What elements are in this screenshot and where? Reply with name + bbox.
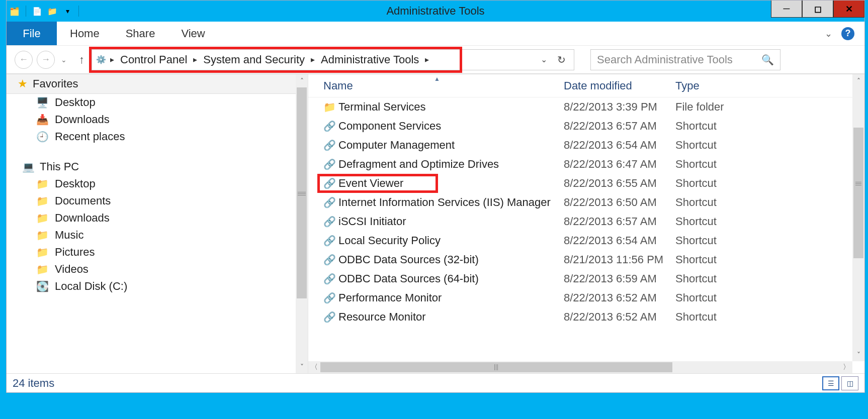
search-input[interactable]: Search Administrative Tools 🔍 <box>590 49 780 70</box>
address-bar[interactable]: ⚙️ ▸ Control Panel ▸ System and Security… <box>92 49 574 70</box>
nav-toolbar: ← → ⌄ ↑ ⚙️ ▸ Control Panel ▸ System and … <box>7 46 864 74</box>
file-tab[interactable]: File <box>7 22 57 45</box>
file-row[interactable]: 🔗ODBC Data Sources (32-bit)8/21/2013 11:… <box>308 250 864 269</box>
column-type[interactable]: Type <box>675 79 864 92</box>
new-folder-icon[interactable]: 📄 <box>30 4 44 18</box>
close-button[interactable]: ✕ <box>833 1 864 18</box>
list-scrollbar-vertical[interactable]: ˄ ˅ <box>852 74 864 361</box>
file-row[interactable]: 🔗Resource Monitor8/22/2013 6:52 AMShortc… <box>308 307 864 327</box>
properties-icon[interactable]: 🗂️ <box>8 4 22 18</box>
sidebar-item-documents[interactable]: 📁Documents <box>7 192 296 210</box>
folder-icon: 📁 <box>36 230 49 241</box>
chevron-right-icon[interactable]: ▸ <box>309 55 317 64</box>
sidebar-item-downloads[interactable]: 📁Downloads <box>7 210 296 227</box>
scroll-up-icon[interactable]: ˄ <box>296 74 308 87</box>
maximize-button[interactable]: ◻ <box>802 1 833 18</box>
sidebar-item-downloads[interactable]: 📥Downloads <box>7 111 296 128</box>
breadcrumb-segment[interactable]: Control Panel <box>117 53 190 66</box>
tab-home[interactable]: Home <box>57 22 113 45</box>
file-type: Shortcut <box>675 139 717 152</box>
sidebar-item-thispc[interactable]: 💻This PC <box>7 158 296 175</box>
sidebar-item-desktop[interactable]: 🖥️Desktop <box>7 94 296 111</box>
shortcut-icon: 🔗 <box>323 139 338 151</box>
breadcrumb-segment[interactable]: System and Security <box>200 53 308 66</box>
file-type: File folder <box>675 100 724 114</box>
file-type: Shortcut <box>675 310 717 324</box>
sidebar-item-desktop[interactable]: 📁Desktop <box>7 175 296 192</box>
file-date: 8/22/2013 3:39 PM <box>564 100 675 114</box>
file-row[interactable]: 🔗Local Security Policy8/22/2013 6:54 AMS… <box>308 231 864 250</box>
breadcrumb-segment[interactable]: Administrative Tools <box>318 53 422 66</box>
folder-icon: 📁 <box>36 178 49 189</box>
file-row[interactable]: 🔗Event Viewer8/22/2013 6:55 AMShortcut <box>308 174 864 193</box>
details-view-button[interactable]: ☰ <box>822 376 839 390</box>
file-row[interactable]: 🔗ODBC Data Sources (64-bit)8/22/2013 6:5… <box>308 269 864 288</box>
file-row[interactable]: 🔗Computer Management8/22/2013 6:54 AMSho… <box>308 136 864 155</box>
ribbon-collapse-icon[interactable]: ⌄ <box>825 28 832 39</box>
folder-icon: 📁 <box>323 101 338 113</box>
sidebar-item-localdisk[interactable]: 💽Local Disk (C:) <box>7 278 296 295</box>
file-name: Defragment and Optimize Drives <box>338 158 564 171</box>
file-row[interactable]: 🔗Internet Information Services (IIS) Man… <box>308 193 864 212</box>
shortcut-icon: 🔗 <box>323 292 338 304</box>
location-icon: ⚙️ <box>95 54 107 66</box>
navigation-pane: ★ Favorites 🖥️Desktop 📥Downloads 🕘Recent… <box>7 74 308 373</box>
sidebar-item-videos[interactable]: 📁Videos <box>7 261 296 278</box>
file-name: Performance Monitor <box>338 291 564 304</box>
scroll-thumb[interactable] <box>320 362 672 372</box>
minimize-button[interactable]: ─ <box>771 1 802 18</box>
sidebar-scrollbar[interactable]: ˄ ˅ <box>296 74 308 373</box>
column-date[interactable]: Date modified <box>564 79 675 92</box>
scroll-left-icon[interactable]: 〈 <box>308 363 320 372</box>
file-row[interactable]: 📁Terminal Services8/22/2013 3:39 PMFile … <box>308 97 864 117</box>
chevron-right-icon[interactable]: ▸ <box>191 55 199 64</box>
forward-button[interactable]: → <box>37 51 55 69</box>
file-row[interactable]: 🔗Component Services8/22/2013 6:57 AMShor… <box>308 117 864 136</box>
status-bar: 24 items ☰ ◫ <box>7 373 864 392</box>
search-icon[interactable]: 🔍 <box>761 54 774 66</box>
column-name[interactable]: Name▲ <box>323 79 564 92</box>
file-list-pane: Name▲ Date modified Type 📁Terminal Servi… <box>308 74 864 373</box>
scroll-thumb[interactable] <box>853 128 863 258</box>
help-icon[interactable]: ? <box>841 27 854 40</box>
file-date: 8/22/2013 6:55 AM <box>564 177 675 190</box>
file-name: ODBC Data Sources (64-bit) <box>338 272 564 285</box>
content-area: ★ Favorites 🖥️Desktop 📥Downloads 🕘Recent… <box>7 74 864 373</box>
window-controls: ─ ◻ ✕ <box>771 1 864 18</box>
refresh-icon[interactable]: ↻ <box>557 54 566 66</box>
explorer-window: 🗂️ 📄 📁 ▾ Administrative Tools ─ ◻ ✕ File… <box>6 0 865 393</box>
chevron-right-icon[interactable]: ▸ <box>423 55 431 64</box>
qat-dropdown-icon[interactable]: ▾ <box>60 4 74 18</box>
sidebar-item-recent[interactable]: 🕘Recent places <box>7 128 296 145</box>
up-button[interactable]: ↑ <box>79 53 84 66</box>
scroll-down-icon[interactable]: ˅ <box>296 360 308 373</box>
chevron-right-icon[interactable]: ▸ <box>108 55 116 64</box>
icons-view-button[interactable]: ◫ <box>841 376 858 390</box>
history-dropdown-icon[interactable]: ⌄ <box>61 56 67 64</box>
file-name: Internet Information Services (IIS) Mana… <box>338 196 564 209</box>
scroll-up-icon[interactable]: ˄ <box>852 74 864 87</box>
file-row[interactable]: 🔗Defragment and Optimize Drives8/22/2013… <box>308 155 864 174</box>
scroll-down-icon[interactable]: ˅ <box>852 348 864 361</box>
list-scrollbar-horizontal[interactable]: 〈 〉 <box>308 361 852 373</box>
shortcut-icon: 🔗 <box>323 216 338 228</box>
file-date: 8/22/2013 6:50 AM <box>564 196 675 209</box>
file-name: Component Services <box>338 120 564 133</box>
file-row[interactable]: 🔗Performance Monitor8/22/2013 6:52 AMSho… <box>308 288 864 307</box>
file-name: iSCSI Initiator <box>338 215 564 228</box>
folder-icon: 📁 <box>36 213 49 224</box>
column-headers: Name▲ Date modified Type <box>308 74 864 97</box>
file-date: 8/22/2013 6:54 AM <box>564 234 675 247</box>
sidebar-item-music[interactable]: 📁Music <box>7 227 296 244</box>
sidebar-item-pictures[interactable]: 📁Pictures <box>7 244 296 261</box>
file-list[interactable]: 📁Terminal Services8/22/2013 3:39 PMFile … <box>308 97 864 373</box>
address-dropdown-icon[interactable]: ⌄ <box>541 55 547 64</box>
scroll-right-icon[interactable]: 〉 <box>840 363 852 372</box>
tab-view[interactable]: View <box>168 22 218 45</box>
file-row[interactable]: 🔗iSCSI Initiator8/22/2013 6:57 AMShortcu… <box>308 212 864 231</box>
folders-icon[interactable]: 📁 <box>45 4 59 18</box>
favorites-header[interactable]: ★ Favorites <box>7 74 296 94</box>
tab-share[interactable]: Share <box>113 22 168 45</box>
recent-icon: 🕘 <box>36 131 49 142</box>
back-button[interactable]: ← <box>15 51 33 69</box>
